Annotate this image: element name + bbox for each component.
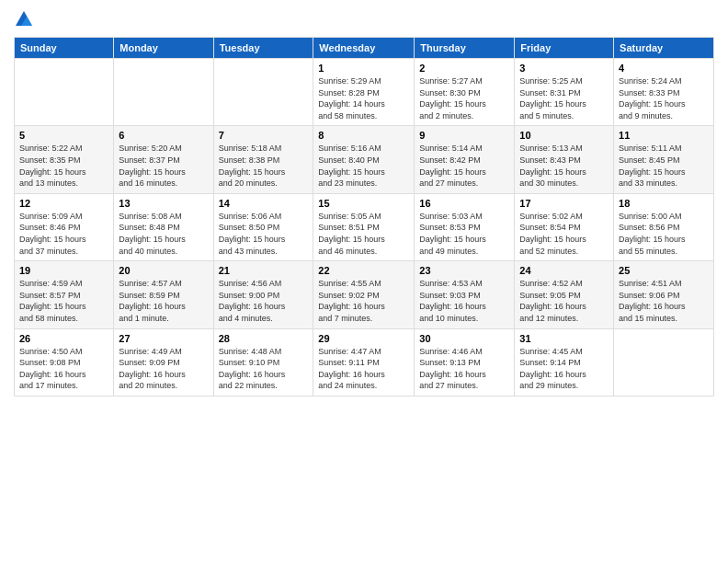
day-number: 25 [619,265,709,276]
day-number: 22 [318,265,409,276]
day-number: 24 [519,265,609,276]
day-info: Sunrise: 5:22 AM Sunset: 8:35 PM Dayligh… [19,143,108,189]
day-number: 10 [519,130,609,141]
calendar-cell: 16Sunrise: 5:03 AM Sunset: 8:53 PM Dayli… [415,193,515,260]
calendar-week-2: 5Sunrise: 5:22 AM Sunset: 8:35 PM Daylig… [15,126,714,193]
calendar-cell: 26Sunrise: 4:50 AM Sunset: 9:08 PM Dayli… [15,328,114,396]
day-number: 9 [419,130,509,141]
day-info: Sunrise: 4:56 AM Sunset: 9:00 PM Dayligh… [219,278,309,324]
day-number: 19 [19,265,108,276]
col-header-saturday: Saturday [614,38,714,59]
day-info: Sunrise: 5:14 AM Sunset: 8:42 PM Dayligh… [419,143,509,189]
day-info: Sunrise: 5:13 AM Sunset: 8:43 PM Dayligh… [519,143,609,189]
day-number: 4 [619,63,709,74]
day-info: Sunrise: 5:02 AM Sunset: 8:54 PM Dayligh… [519,211,609,257]
day-number: 27 [119,333,208,344]
day-number: 6 [119,130,208,141]
day-number: 20 [119,265,208,276]
calendar-cell: 4Sunrise: 5:24 AM Sunset: 8:33 PM Daylig… [614,59,714,126]
day-info: Sunrise: 5:29 AM Sunset: 8:28 PM Dayligh… [318,75,409,121]
page: SundayMondayTuesdayWednesdayThursdayFrid… [0,0,728,563]
day-info: Sunrise: 4:48 AM Sunset: 9:10 PM Dayligh… [219,346,309,392]
calendar-cell: 28Sunrise: 4:48 AM Sunset: 9:10 PM Dayli… [213,328,313,396]
day-number: 7 [219,130,309,141]
day-info: Sunrise: 5:27 AM Sunset: 8:30 PM Dayligh… [419,75,509,121]
col-header-wednesday: Wednesday [313,38,415,59]
calendar-cell: 1Sunrise: 5:29 AM Sunset: 8:28 PM Daylig… [313,59,415,126]
calendar-header-row: SundayMondayTuesdayWednesdayThursdayFrid… [15,38,714,59]
calendar-cell: 5Sunrise: 5:22 AM Sunset: 8:35 PM Daylig… [15,126,114,193]
day-info: Sunrise: 4:55 AM Sunset: 9:02 PM Dayligh… [318,278,409,324]
day-number: 26 [19,333,108,344]
day-number: 15 [318,198,409,209]
day-number: 14 [219,198,309,209]
day-number: 31 [519,333,609,344]
day-number: 17 [519,198,609,209]
calendar-cell: 6Sunrise: 5:20 AM Sunset: 8:37 PM Daylig… [114,126,213,193]
day-info: Sunrise: 5:11 AM Sunset: 8:45 PM Dayligh… [619,143,709,189]
header [14,9,714,29]
day-number: 12 [19,198,108,209]
calendar-table: SundayMondayTuesdayWednesdayThursdayFrid… [14,37,714,396]
col-header-monday: Monday [114,38,213,59]
day-info: Sunrise: 5:00 AM Sunset: 8:56 PM Dayligh… [619,211,709,257]
day-info: Sunrise: 5:06 AM Sunset: 8:50 PM Dayligh… [219,211,309,257]
day-info: Sunrise: 5:20 AM Sunset: 8:37 PM Dayligh… [119,143,208,189]
day-info: Sunrise: 5:16 AM Sunset: 8:40 PM Dayligh… [318,143,409,189]
day-info: Sunrise: 4:45 AM Sunset: 9:14 PM Dayligh… [519,346,609,392]
day-info: Sunrise: 5:24 AM Sunset: 8:33 PM Dayligh… [619,75,709,121]
day-number: 1 [318,63,409,74]
logo-icon [14,9,34,29]
day-number: 2 [419,63,509,74]
calendar-cell: 12Sunrise: 5:09 AM Sunset: 8:46 PM Dayli… [15,193,114,260]
calendar-week-5: 26Sunrise: 4:50 AM Sunset: 9:08 PM Dayli… [15,328,714,396]
day-number: 21 [219,265,309,276]
day-number: 18 [619,198,709,209]
calendar-cell: 18Sunrise: 5:00 AM Sunset: 8:56 PM Dayli… [614,193,714,260]
day-info: Sunrise: 4:51 AM Sunset: 9:06 PM Dayligh… [619,278,709,324]
day-number: 16 [419,198,509,209]
day-number: 30 [419,333,509,344]
day-info: Sunrise: 5:25 AM Sunset: 8:31 PM Dayligh… [519,75,609,121]
day-info: Sunrise: 5:05 AM Sunset: 8:51 PM Dayligh… [318,211,409,257]
day-number: 28 [219,333,309,344]
day-number: 5 [19,130,108,141]
calendar-cell: 8Sunrise: 5:16 AM Sunset: 8:40 PM Daylig… [313,126,415,193]
calendar-cell: 14Sunrise: 5:06 AM Sunset: 8:50 PM Dayli… [213,193,313,260]
col-header-thursday: Thursday [415,38,515,59]
calendar-week-1: 1Sunrise: 5:29 AM Sunset: 8:28 PM Daylig… [15,59,714,126]
day-number: 13 [119,198,208,209]
calendar-cell: 2Sunrise: 5:27 AM Sunset: 8:30 PM Daylig… [415,59,515,126]
day-info: Sunrise: 4:46 AM Sunset: 9:13 PM Dayligh… [419,346,509,392]
calendar-cell: 11Sunrise: 5:11 AM Sunset: 8:45 PM Dayli… [614,126,714,193]
day-info: Sunrise: 5:08 AM Sunset: 8:48 PM Dayligh… [119,211,208,257]
day-info: Sunrise: 4:52 AM Sunset: 9:05 PM Dayligh… [519,278,609,324]
calendar-cell: 27Sunrise: 4:49 AM Sunset: 9:09 PM Dayli… [114,328,213,396]
calendar-cell: 7Sunrise: 5:18 AM Sunset: 8:38 PM Daylig… [213,126,313,193]
day-info: Sunrise: 4:57 AM Sunset: 8:59 PM Dayligh… [119,278,208,324]
calendar-cell [15,59,114,126]
day-number: 23 [419,265,509,276]
day-number: 11 [619,130,709,141]
calendar-cell: 25Sunrise: 4:51 AM Sunset: 9:06 PM Dayli… [614,261,714,328]
col-header-sunday: Sunday [15,38,114,59]
calendar-cell: 19Sunrise: 4:59 AM Sunset: 8:57 PM Dayli… [15,261,114,328]
day-info: Sunrise: 4:59 AM Sunset: 8:57 PM Dayligh… [19,278,108,324]
calendar-cell: 21Sunrise: 4:56 AM Sunset: 9:00 PM Dayli… [213,261,313,328]
calendar-cell [114,59,213,126]
calendar-cell: 10Sunrise: 5:13 AM Sunset: 8:43 PM Dayli… [515,126,614,193]
calendar-cell: 20Sunrise: 4:57 AM Sunset: 8:59 PM Dayli… [114,261,213,328]
calendar-cell: 22Sunrise: 4:55 AM Sunset: 9:02 PM Dayli… [313,261,415,328]
col-header-tuesday: Tuesday [213,38,313,59]
calendar-cell [614,328,714,396]
calendar-cell: 30Sunrise: 4:46 AM Sunset: 9:13 PM Dayli… [415,328,515,396]
calendar-cell: 9Sunrise: 5:14 AM Sunset: 8:42 PM Daylig… [415,126,515,193]
calendar-cell: 31Sunrise: 4:45 AM Sunset: 9:14 PM Dayli… [515,328,614,396]
calendar-cell: 3Sunrise: 5:25 AM Sunset: 8:31 PM Daylig… [515,59,614,126]
calendar-week-3: 12Sunrise: 5:09 AM Sunset: 8:46 PM Dayli… [15,193,714,260]
day-info: Sunrise: 4:50 AM Sunset: 9:08 PM Dayligh… [19,346,108,392]
calendar-cell [213,59,313,126]
day-number: 8 [318,130,409,141]
calendar-cell: 24Sunrise: 4:52 AM Sunset: 9:05 PM Dayli… [515,261,614,328]
day-info: Sunrise: 5:09 AM Sunset: 8:46 PM Dayligh… [19,211,108,257]
